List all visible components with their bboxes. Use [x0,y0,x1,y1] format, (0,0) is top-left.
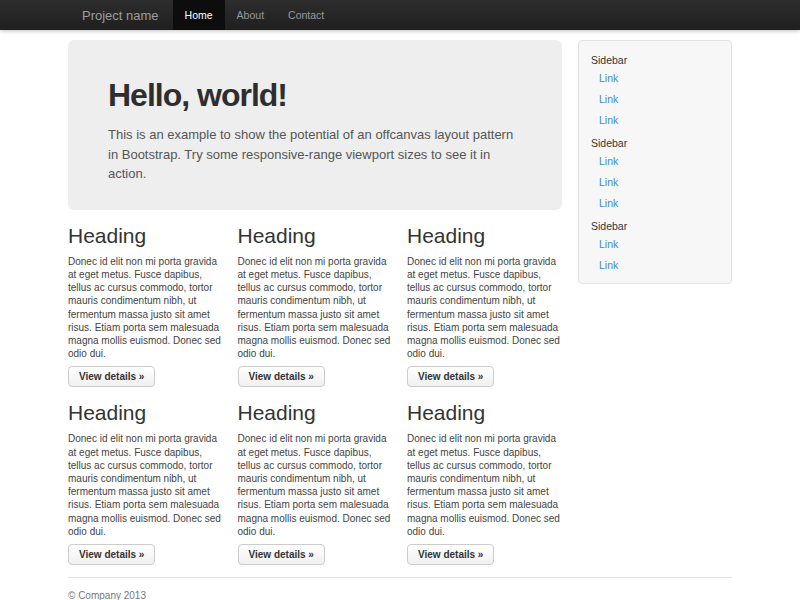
sidebar-link[interactable]: Link [579,172,731,193]
view-details-button-6[interactable]: View details » [407,544,494,565]
card-body-text: Donec id elit non mi porta gravida at eg… [238,432,393,538]
main-column: Hello, world! This is an example to show… [68,40,562,565]
sidebar-link[interactable]: Link [579,193,731,214]
sidebar-link[interactable]: Link [579,151,731,172]
card-body-text: Donec id elit non mi porta gravida at eg… [68,255,223,361]
card-heading: Heading [68,224,223,247]
sidebar-header-3: Sidebar [579,214,731,234]
footer: © Company 2013 [68,577,732,600]
copyright-text: © Company 2013 [68,590,732,600]
card-heading: Heading [407,224,562,247]
card-body-text: Donec id elit non mi porta gravida at eg… [68,432,223,538]
card-2: Heading Donec id elit non mi porta gravi… [238,224,393,388]
nav-item-about[interactable]: About [225,0,276,30]
sidebar-link[interactable]: Link [579,255,731,276]
sidebar-link[interactable]: Link [579,89,731,110]
card-6: Heading Donec id elit non mi porta gravi… [407,401,562,565]
card-body-text: Donec id elit non mi porta gravida at eg… [238,255,393,361]
cards-row-2: Heading Donec id elit non mi porta gravi… [68,401,562,565]
card-heading: Heading [238,401,393,424]
brand-link[interactable]: Project name [68,0,173,30]
navbar-container: Project name Home About Contact [68,0,732,30]
jumbotron: Hello, world! This is an example to show… [68,40,562,210]
sidebar-link[interactable]: Link [579,68,731,89]
view-details-button-4[interactable]: View details » [68,544,155,565]
view-details-button-3[interactable]: View details » [407,366,494,387]
content-row: Hello, world! This is an example to show… [68,40,732,565]
page-container: Hello, world! This is an example to show… [68,40,732,600]
nav-menu: Home About Contact [173,0,337,30]
card-5: Heading Donec id elit non mi porta gravi… [238,401,393,565]
card-heading: Heading [68,401,223,424]
card-heading: Heading [238,224,393,247]
jumbotron-text: This is an example to show the potential… [108,125,522,184]
sidebar-well: Sidebar Link Link Link Sidebar Link Link… [578,40,732,284]
card-body-text: Donec id elit non mi porta gravida at eg… [407,432,562,538]
card-4: Heading Donec id elit non mi porta gravi… [68,401,223,565]
sidebar-link[interactable]: Link [579,110,731,131]
view-details-button-1[interactable]: View details » [68,366,155,387]
jumbotron-title: Hello, world! [108,78,522,113]
nav-item-home[interactable]: Home [173,0,225,30]
sidebar-header-2: Sidebar [579,131,731,151]
card-body-text: Donec id elit non mi porta gravida at eg… [407,255,562,361]
sidebar-header-1: Sidebar [579,48,731,68]
card-heading: Heading [407,401,562,424]
view-details-button-5[interactable]: View details » [238,544,325,565]
card-1: Heading Donec id elit non mi porta gravi… [68,224,223,388]
card-3: Heading Donec id elit non mi porta gravi… [407,224,562,388]
view-details-button-2[interactable]: View details » [238,366,325,387]
sidebar-link[interactable]: Link [579,234,731,255]
nav-item-contact[interactable]: Contact [276,0,336,30]
navbar: Project name Home About Contact [0,0,800,30]
cards-row-1: Heading Donec id elit non mi porta gravi… [68,224,562,388]
